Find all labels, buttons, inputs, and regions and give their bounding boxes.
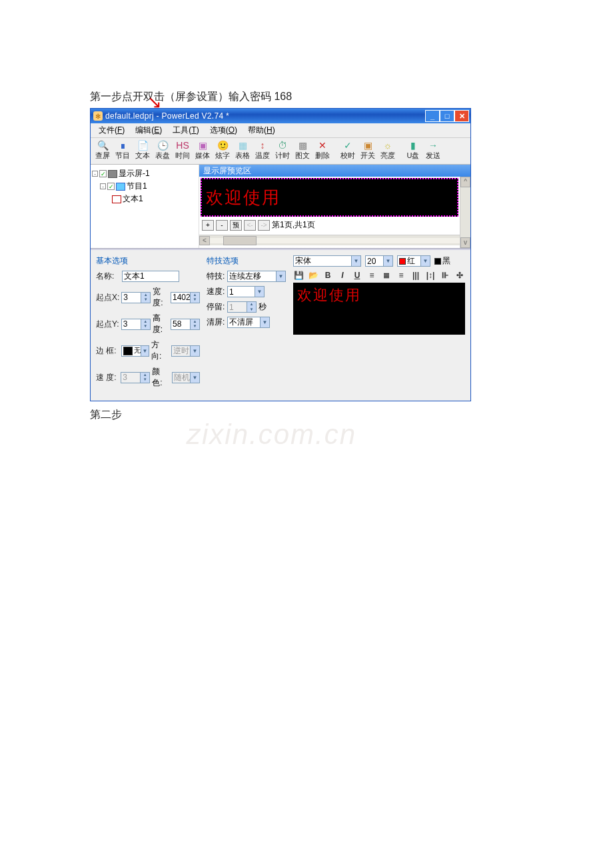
save-icon[interactable]: 💾 <box>293 271 304 280</box>
watermark: zixin.com.cn <box>187 419 356 451</box>
remove-page-button[interactable]: - <box>216 220 228 231</box>
bold-button[interactable]: B <box>322 271 333 280</box>
toolbar-校时-button[interactable]: ✓校时 <box>338 139 357 159</box>
group-title: 特技选项 <box>207 255 287 267</box>
查屏-icon: 🔍 <box>97 139 109 151</box>
toolbar-时间-button[interactable]: HS时间 <box>173 139 192 159</box>
startx-stepper[interactable]: ▲▼ <box>121 292 151 303</box>
scroll-left-icon[interactable]: < <box>199 236 210 245</box>
tree-node-program[interactable]: - ✓ 节目1 <box>92 180 197 193</box>
font-select[interactable]: 宋体▼ <box>293 255 361 267</box>
toolbar: 🔍查屏∎节目📄文本🕒表盘HS时间▣媒体🙂炫字▦表格↕温度⏱计时▩图文✕删除✓校时… <box>91 138 470 165</box>
color-select[interactable]: 随机▼ <box>172 372 200 383</box>
forecolor-select[interactable]: 红▼ <box>397 255 430 267</box>
stay-unit: 秒 <box>259 301 267 313</box>
scroll-down-icon[interactable]: v <box>460 237 470 248</box>
stay-label: 停留: <box>207 301 225 313</box>
border-label: 边 框: <box>96 345 119 357</box>
toolbar-label: 图文 <box>295 152 310 159</box>
name-label: 名称: <box>96 271 120 282</box>
next-page-button[interactable]: -> <box>258 220 270 231</box>
toolbar-发送-button[interactable]: →发送 <box>424 139 442 159</box>
toolbar-媒体-button[interactable]: ▣媒体 <box>193 139 212 159</box>
亮度-icon: ☼ <box>382 139 394 151</box>
size-select[interactable]: 20▼ <box>365 255 393 267</box>
toolbar-开关-button[interactable]: ▣开关 <box>358 139 377 159</box>
menu-option[interactable]: 选项(O) <box>205 123 243 137</box>
text-icon <box>112 195 121 203</box>
toolbar-label: 媒体 <box>195 152 210 159</box>
program-icon <box>116 183 125 191</box>
toolbar-U盘-button[interactable]: ▮U盘 <box>404 139 422 159</box>
toolbar-删除-button[interactable]: ✕删除 <box>313 139 332 159</box>
prev-page-button[interactable]: <- <box>244 220 256 231</box>
effect-select[interactable]: 连续左移▼ <box>227 271 286 282</box>
led-preview: 欢迎使用 <box>201 178 458 217</box>
表盘-icon: 🕒 <box>157 139 169 151</box>
width-label: 宽度: <box>153 286 169 309</box>
发送-icon: → <box>427 139 439 151</box>
starty-label: 起点Y: <box>96 319 119 330</box>
align-right-button[interactable]: ≡ <box>396 271 406 280</box>
horizontal-scrollbar[interactable]: < > <box>199 235 470 245</box>
toolbar-文本-button[interactable]: 📄文本 <box>133 139 152 159</box>
width-stepper[interactable]: ▲▼ <box>171 292 200 303</box>
align-center-button[interactable]: ≣ <box>381 271 392 280</box>
toolbar-查屏-button[interactable]: 🔍查屏 <box>93 139 112 159</box>
preview-button[interactable]: 预 <box>230 220 242 231</box>
tree-node-screen[interactable]: - ✓ 显示屏-1 <box>92 167 197 180</box>
tree-node-text[interactable]: 文本1 <box>92 193 197 205</box>
linespacing-button[interactable]: |↕| <box>425 271 436 280</box>
表格-icon: ▦ <box>237 139 249 151</box>
app-icon: ✻ <box>93 111 103 121</box>
vertical-scrollbar[interactable]: ^ v <box>460 177 470 248</box>
move-button[interactable]: ✣ <box>454 271 465 280</box>
height-stepper[interactable]: ▲▼ <box>171 319 200 330</box>
direction-select[interactable]: 逆时▼ <box>171 345 200 357</box>
menu-help[interactable]: 帮助(H) <box>243 123 281 137</box>
checkbox-icon[interactable]: ✓ <box>99 170 107 177</box>
name-input[interactable] <box>122 271 179 282</box>
toolbar-图文-button[interactable]: ▩图文 <box>293 139 312 159</box>
tree-label: 文本1 <box>123 193 143 205</box>
开关-icon: ▣ <box>362 139 374 151</box>
menu-file[interactable]: 文件(F) <box>93 123 130 137</box>
toolbar-表盘-button[interactable]: 🕒表盘 <box>153 139 172 159</box>
toolbar-炫字-button[interactable]: 🙂炫字 <box>213 139 232 159</box>
menu-edit[interactable]: 编辑(E) <box>130 123 167 137</box>
add-page-button[interactable]: + <box>202 220 214 231</box>
collapse-icon[interactable]: - <box>92 171 98 177</box>
minimize-button[interactable]: _ <box>425 110 440 122</box>
italic-button[interactable]: I <box>337 271 348 280</box>
toolbar-亮度-button[interactable]: ☼亮度 <box>378 139 397 159</box>
toolbar-温度-button[interactable]: ↕温度 <box>253 139 272 159</box>
open-icon[interactable]: 📂 <box>308 271 318 280</box>
properties-panel: 基本选项 名称: 起点X: ▲▼ 宽度: ▲▼ 起点Y: ▲▼ 高度: ▲▼ <box>91 250 470 401</box>
maximize-button[interactable]: □ <box>440 110 454 122</box>
scroll-up-icon[interactable]: ^ <box>460 177 470 187</box>
vertical-button[interactable]: ⊪ <box>440 271 450 280</box>
toolbar-label: 表格 <box>235 152 250 159</box>
stay-stepper[interactable]: ▲▼ <box>227 301 257 313</box>
toolbar-计时-button[interactable]: ⏱计时 <box>273 139 292 159</box>
starty-stepper[interactable]: ▲▼ <box>121 319 151 330</box>
checkbox-icon[interactable]: ✓ <box>107 183 115 190</box>
toolbar-label: 炫字 <box>215 152 230 159</box>
spacing-button[interactable]: ||| <box>410 271 421 280</box>
backcolor-label: 黑 <box>434 255 450 267</box>
toolbar-label: 节目 <box>115 152 130 159</box>
effspeed-select[interactable]: 1▼ <box>227 286 265 297</box>
border-select[interactable]: 无▼ <box>121 345 149 357</box>
align-left-button[interactable]: ≡ <box>366 271 377 280</box>
menu-tool[interactable]: 工具(T) <box>167 123 204 137</box>
underline-button[interactable]: U <box>352 271 362 280</box>
toolbar-节目-button[interactable]: ∎节目 <box>113 139 132 159</box>
text-editor[interactable]: 欢迎使用 <box>293 283 465 335</box>
speed-stepper[interactable]: ▲▼ <box>121 372 150 383</box>
toolbar-label: 校时 <box>340 152 355 159</box>
close-button[interactable]: ✕ <box>454 110 469 122</box>
collapse-icon[interactable]: - <box>100 183 106 189</box>
tree-label: 显示屏-1 <box>119 168 150 179</box>
toolbar-表格-button[interactable]: ▦表格 <box>233 139 252 159</box>
clear-select[interactable]: 不清屏▼ <box>227 317 270 328</box>
